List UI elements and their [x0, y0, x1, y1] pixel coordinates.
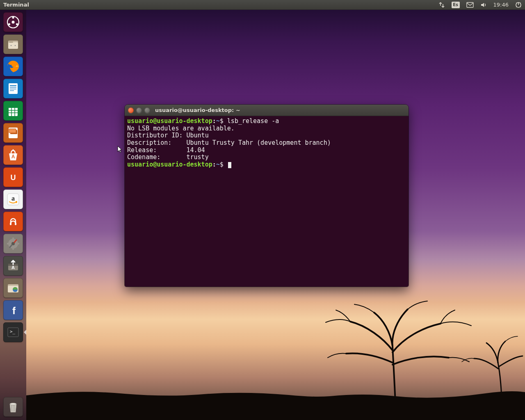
terminal-title: usuario@usuario-desktop: ~ — [155, 107, 240, 113]
launcher-item-ubuntu-music[interactable] — [3, 212, 23, 231]
launcher-item-libreoffice-calc[interactable] — [3, 101, 23, 121]
svg-line-54 — [11, 405, 12, 411]
top-panel: Terminal Es 19:46 — [0, 0, 525, 10]
svg-line-56 — [14, 405, 15, 411]
svg-point-3 — [12, 17, 14, 19]
terminal-titlebar[interactable]: usuario@usuario-desktop: ~ — [125, 105, 409, 116]
launcher-item-libreoffice-writer[interactable] — [3, 79, 23, 98]
window-minimize-button[interactable] — [136, 107, 142, 113]
launcher-item-ubuntu-one[interactable]: U — [3, 167, 23, 187]
clock[interactable]: 19:46 — [490, 0, 512, 9]
svg-rect-0 — [467, 2, 473, 7]
launcher-item-remote-desktop[interactable] — [3, 278, 23, 298]
svg-point-10 — [11, 45, 12, 46]
wallpaper-silhouette — [26, 281, 525, 420]
window-maximize-button[interactable] — [144, 107, 150, 113]
svg-rect-15 — [10, 87, 16, 88]
svg-point-6 — [12, 21, 15, 24]
terminal-window[interactable]: usuario@usuario-desktop: ~ usuario@usuar… — [125, 105, 409, 287]
svg-rect-19 — [9, 105, 18, 108]
terminal-command: lsb_release -a — [227, 117, 279, 125]
svg-rect-39 — [12, 237, 14, 240]
window-close-button[interactable] — [128, 107, 134, 113]
svg-point-11 — [15, 45, 16, 46]
messages-indicator-icon[interactable] — [463, 0, 477, 9]
launcher-item-files[interactable] — [3, 34, 23, 54]
svg-rect-9 — [9, 41, 13, 43]
launcher-item-libreoffice-impress[interactable] — [3, 123, 23, 143]
svg-rect-41 — [7, 243, 9, 244]
terminal-output-line: Release: 14.04 — [127, 146, 205, 154]
launcher-item-software-center[interactable]: A — [3, 145, 23, 165]
svg-text:A: A — [11, 154, 15, 160]
sound-indicator-icon[interactable] — [477, 0, 490, 9]
launcher-item-facebook[interactable]: f — [3, 300, 23, 320]
svg-point-4 — [16, 23, 18, 25]
terminal-cursor — [228, 162, 231, 168]
launcher-item-firefox[interactable] — [3, 57, 23, 76]
svg-point-53 — [10, 403, 16, 405]
launcher-item-trash[interactable] — [3, 397, 23, 417]
svg-rect-14 — [10, 85, 16, 86]
svg-rect-42 — [17, 243, 19, 244]
svg-text:U: U — [11, 173, 16, 182]
svg-rect-40 — [12, 247, 14, 250]
session-indicator-icon[interactable] — [512, 0, 525, 9]
terminal-body[interactable]: usuario@usuario-desktop:~$ lsb_release -… — [125, 116, 409, 287]
terminal-output-line: Description: Ubuntu Trusty Tahr (develop… — [127, 139, 331, 146]
svg-rect-16 — [10, 89, 16, 89]
svg-rect-8 — [8, 42, 18, 49]
svg-text:f: f — [12, 305, 16, 316]
launcher-item-system-settings[interactable] — [3, 234, 23, 253]
svg-text:A: A — [11, 265, 15, 270]
launcher-item-terminal[interactable]: >_ — [3, 322, 23, 342]
launcher-item-amazon[interactable]: a — [3, 189, 23, 209]
svg-text:a: a — [11, 195, 15, 202]
svg-point-5 — [8, 23, 10, 25]
launcher-item-dash-home[interactable] — [3, 12, 23, 32]
keyboard-layout-indicator[interactable]: Es — [448, 0, 463, 9]
terminal-output-line: No LSB modules are available. — [127, 125, 235, 132]
svg-rect-26 — [9, 129, 16, 133]
network-indicator-icon[interactable] — [435, 0, 448, 9]
svg-text:>_: >_ — [10, 329, 16, 334]
active-app-title: Terminal — [0, 2, 29, 8]
terminal-output-line: Codename: trusty — [127, 153, 209, 161]
svg-rect-17 — [10, 90, 14, 91]
terminal-output-line: Distributor ID: Ubuntu — [127, 132, 209, 139]
launcher: AUaAf>_ — [0, 10, 26, 420]
mouse-cursor-icon — [117, 146, 123, 154]
launcher-item-software-updater[interactable]: A — [3, 256, 23, 276]
